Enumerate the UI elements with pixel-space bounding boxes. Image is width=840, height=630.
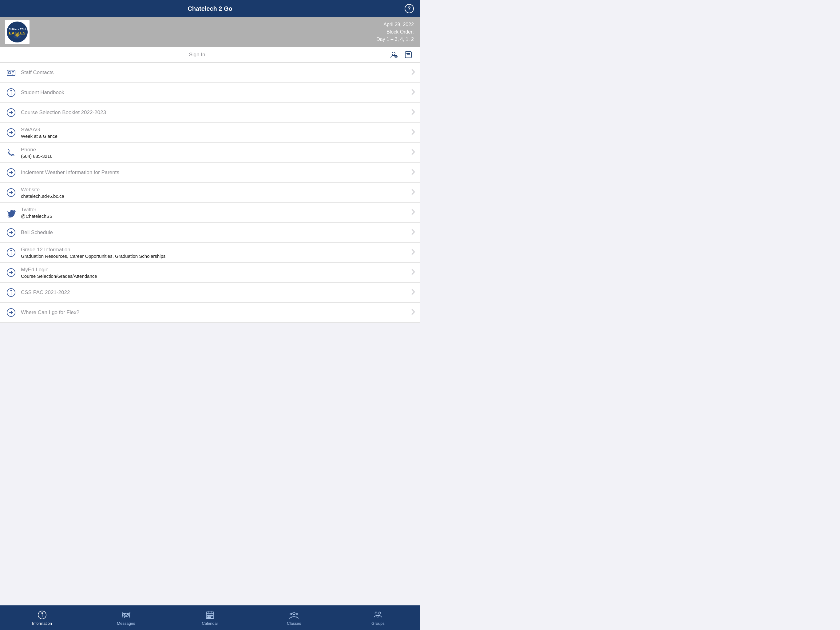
twitter-title: Twitter <box>21 207 409 213</box>
date-line2: Block Order: <box>376 28 414 36</box>
student-handbook-icon <box>5 86 17 99</box>
list-item-flex[interactable]: Where Can I go for Flex? <box>0 303 420 323</box>
myed-login-chevron <box>411 269 415 277</box>
date-line1: April 29, 2022 <box>376 21 414 28</box>
svg-point-4 <box>392 52 395 55</box>
info-list: Staff Contacts Student Handbook Course S… <box>0 63 420 323</box>
flex-title: Where Can I go for Flex? <box>21 309 409 316</box>
list-item-css-pac[interactable]: CSS PAC 2021-2022 <box>0 283 420 303</box>
css-pac-title: CSS PAC 2021-2022 <box>21 290 409 296</box>
list-item-grade12[interactable]: Grade 12 InformationGraduation Resources… <box>0 243 420 263</box>
phone-chevron <box>411 149 415 157</box>
grade12-icon <box>5 246 17 259</box>
course-selection-title: Course Selection Booklet 2022-2023 <box>21 109 409 116</box>
website-icon <box>5 187 17 199</box>
school-logo: CHATELECH EAGLES <box>5 20 30 44</box>
bell-schedule-title: Bell Schedule <box>21 230 409 236</box>
inclement-weather-chevron <box>411 169 415 177</box>
svg-point-3 <box>14 25 20 30</box>
list-item-swaag[interactable]: SWAAGWeek at a Glance <box>0 123 420 143</box>
student-handbook-title: Student Handbook <box>21 90 409 96</box>
website-title: Website <box>21 187 409 193</box>
list-item-website[interactable]: Websitechatelech.sd46.bc.ca <box>0 183 420 203</box>
myed-login-subtitle: Course Selection/Grades/Attendance <box>21 274 409 279</box>
list-item-myed-login[interactable]: MyEd LoginCourse Selection/Grades/Attend… <box>0 263 420 283</box>
phone-title: Phone <box>21 147 409 153</box>
myed-login-title: MyEd Login <box>21 267 409 273</box>
course-selection-chevron <box>411 109 415 117</box>
inclement-weather-icon <box>5 166 17 179</box>
list-item-phone[interactable]: Phone(604) 885-3216 <box>0 143 420 163</box>
staff-contacts-icon <box>5 66 17 79</box>
sign-in-icons <box>388 49 414 60</box>
inclement-weather-title: Inclement Weather Information for Parent… <box>21 169 409 176</box>
phone-icon <box>5 146 17 159</box>
list-item-bell-schedule[interactable]: Bell Schedule <box>0 223 420 243</box>
twitter-subtitle: @ChatelechSS <box>21 214 409 219</box>
flex-icon <box>5 306 17 319</box>
twitter-chevron <box>411 209 415 217</box>
sign-in-bar: Sign In <box>0 47 420 63</box>
app-title: Chatelech 2 Go <box>188 5 232 12</box>
staff-contacts-title: Staff Contacts <box>21 70 409 76</box>
grade12-chevron <box>411 249 415 256</box>
header-band: CHATELECH EAGLES April 29, 2022 Block Or… <box>0 17 420 47</box>
swaag-title: SWAAG <box>21 127 409 133</box>
grade12-title: Grade 12 Information <box>21 247 409 253</box>
list-item-inclement-weather[interactable]: Inclement Weather Information for Parent… <box>0 163 420 183</box>
help-button[interactable]: ? <box>405 4 414 13</box>
bell-schedule-icon <box>5 226 17 239</box>
top-bar: Chatelech 2 Go ? <box>0 0 420 17</box>
list-item-course-selection[interactable]: Course Selection Booklet 2022-2023 <box>0 103 420 123</box>
list-item-staff-contacts[interactable]: Staff Contacts <box>0 63 420 83</box>
list-item-student-handbook[interactable]: Student Handbook <box>0 83 420 103</box>
user-settings-button[interactable] <box>388 49 399 60</box>
bell-schedule-chevron <box>411 229 415 237</box>
logo-svg: CHATELECH EAGLES <box>6 21 28 43</box>
list-item-twitter[interactable]: Twitter@ChatelechSS <box>0 203 420 223</box>
flex-chevron <box>411 309 415 317</box>
date-line3: Day 1 – 3, 4, 1, 2 <box>376 36 414 43</box>
phone-subtitle: (604) 885-3216 <box>21 154 409 159</box>
css-pac-chevron <box>411 289 415 296</box>
myed-login-icon <box>5 266 17 279</box>
website-chevron <box>411 189 415 196</box>
sign-in-label[interactable]: Sign In <box>6 52 388 58</box>
student-handbook-chevron <box>411 89 415 97</box>
checklist-button[interactable] <box>403 49 414 60</box>
svg-point-14 <box>11 90 12 91</box>
swaag-icon <box>5 127 17 139</box>
css-pac-icon <box>5 287 17 299</box>
svg-point-26 <box>11 290 12 291</box>
twitter-icon <box>5 206 17 219</box>
grade12-subtitle: Graduation Resources, Career Opportuniti… <box>21 253 409 259</box>
course-selection-icon <box>5 106 17 119</box>
svg-point-8 <box>8 71 11 74</box>
header-date: April 29, 2022 Block Order: Day 1 – 3, 4… <box>376 21 414 43</box>
staff-contacts-chevron <box>411 69 415 77</box>
swaag-subtitle: Week at a Glance <box>21 133 409 139</box>
svg-point-22 <box>11 250 12 251</box>
swaag-chevron <box>411 129 415 136</box>
website-subtitle: chatelech.sd46.bc.ca <box>21 193 409 199</box>
